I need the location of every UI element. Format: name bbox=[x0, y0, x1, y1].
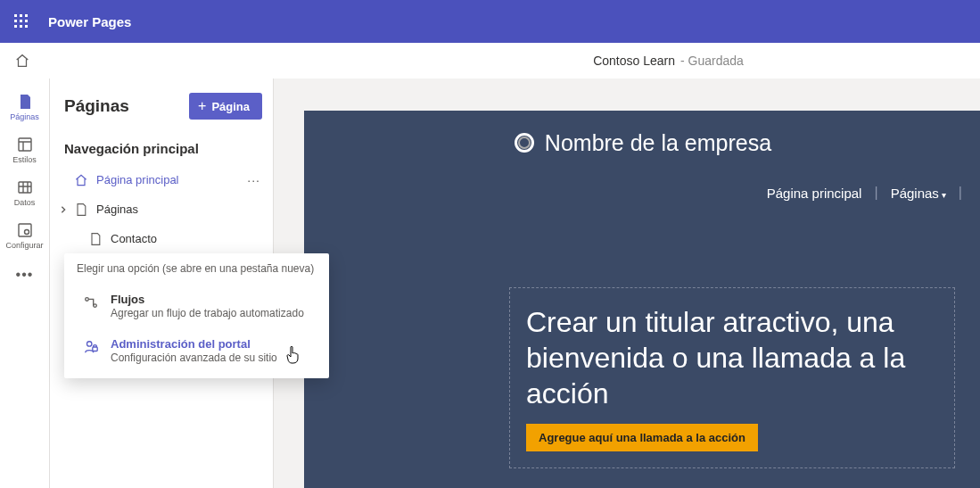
product-name: Power Pages bbox=[48, 14, 131, 29]
svg-rect-6 bbox=[14, 25, 17, 28]
page-icon bbox=[73, 203, 89, 217]
site-nav-pages[interactable]: Páginas▾ bbox=[878, 186, 959, 201]
site-nav: Página principal | Páginas▾ | bbox=[304, 175, 980, 211]
cta-button[interactable]: Agregue aquí una llamada a la acción bbox=[526, 424, 758, 451]
flyout-item-subtitle: Configuración avanzada de su sitio bbox=[111, 352, 277, 364]
breadcrumb-bar: Contoso Learn - Guardada bbox=[0, 43, 980, 79]
logo-icon bbox=[515, 133, 534, 153]
tree-item-more-button[interactable]: ··· bbox=[247, 173, 260, 187]
flyout-item-subtitle: Agregar un flujo de trabajo automatizado bbox=[111, 307, 304, 319]
site-nav-home[interactable]: Página principal bbox=[754, 186, 875, 201]
chevron-down-icon: ▾ bbox=[942, 190, 946, 200]
svg-rect-9 bbox=[19, 138, 31, 151]
home-icon[interactable] bbox=[14, 53, 30, 69]
tree-item-pages[interactable]: Páginas bbox=[61, 194, 266, 224]
svg-rect-10 bbox=[19, 182, 31, 193]
rail-label: Configurar bbox=[5, 241, 43, 250]
rail-item-styles[interactable]: Estilos bbox=[4, 128, 46, 171]
nav-section-title: Navegación principal bbox=[61, 137, 266, 165]
svg-rect-8 bbox=[25, 25, 28, 28]
add-page-label: Página bbox=[211, 100, 250, 113]
rail-label: Páginas bbox=[10, 112, 39, 121]
rail-item-pages[interactable]: Páginas bbox=[4, 86, 46, 128]
page-canvas[interactable]: Nombre de la empresa Página principal | … bbox=[304, 111, 980, 488]
add-page-button[interactable]: + Página bbox=[189, 93, 262, 120]
rail-label: Datos bbox=[14, 198, 36, 207]
app-launcher-icon[interactable] bbox=[7, 7, 36, 36]
company-name[interactable]: Nombre de la empresa bbox=[545, 130, 771, 156]
chevron-right-icon[interactable] bbox=[57, 205, 70, 214]
app-header: Power Pages bbox=[0, 0, 980, 43]
pages-panel-title: Páginas bbox=[64, 96, 129, 116]
nav-separator: | bbox=[959, 185, 962, 201]
svg-rect-0 bbox=[14, 14, 17, 17]
svg-rect-16 bbox=[93, 347, 97, 352]
tree-item-label: Contacto bbox=[111, 232, 157, 245]
plus-icon: + bbox=[198, 98, 206, 114]
hero-title[interactable]: Crear un titular atractivo, una bienveni… bbox=[526, 304, 938, 411]
rail-more-button[interactable]: ••• bbox=[4, 257, 46, 293]
flow-icon bbox=[80, 294, 102, 310]
site-name: Contoso Learn bbox=[593, 54, 675, 68]
svg-point-12 bbox=[24, 230, 29, 235]
home-icon bbox=[73, 173, 89, 187]
svg-rect-7 bbox=[20, 25, 22, 28]
site-status: Contoso Learn - Guardada bbox=[593, 54, 744, 68]
rail-item-data[interactable]: Datos bbox=[4, 171, 46, 214]
flyout-item-title: Flujos bbox=[111, 293, 304, 306]
site-header: Nombre de la empresa bbox=[304, 111, 980, 175]
svg-rect-5 bbox=[25, 20, 28, 22]
flyout-item-title: Administración del portal bbox=[111, 337, 277, 351]
save-status: - Guardada bbox=[680, 54, 744, 68]
rail-item-configure[interactable]: Configurar bbox=[4, 214, 46, 257]
left-rail: Páginas Estilos Datos Configurar ••• bbox=[0, 79, 50, 488]
tree-item-contact[interactable]: Contacto bbox=[61, 224, 266, 253]
tree-item-label: Página principal bbox=[96, 173, 179, 186]
svg-point-15 bbox=[87, 342, 92, 346]
flyout-header: Elegir una opción (se abre en una pestañ… bbox=[77, 262, 317, 275]
svg-rect-4 bbox=[20, 20, 22, 22]
rail-label: Estilos bbox=[12, 155, 37, 164]
tree-item-home[interactable]: Página principal ··· bbox=[61, 165, 266, 194]
page-icon bbox=[87, 232, 103, 246]
canvas-viewport: Nombre de la empresa Página principal | … bbox=[274, 79, 980, 488]
cursor-pointer-icon bbox=[285, 346, 301, 368]
svg-rect-1 bbox=[20, 14, 22, 17]
flyout-item-portal-admin[interactable]: Administración del portal Configuración … bbox=[77, 328, 317, 373]
svg-point-13 bbox=[86, 298, 89, 302]
hero-section[interactable]: Crear un titular atractivo, una bienveni… bbox=[509, 287, 955, 468]
flyout-item-flows[interactable]: Flujos Agregar un flujo de trabajo autom… bbox=[77, 284, 317, 328]
tree-item-label: Páginas bbox=[96, 203, 138, 216]
ellipsis-icon: ••• bbox=[16, 267, 34, 283]
admin-icon bbox=[80, 339, 102, 355]
svg-rect-3 bbox=[14, 20, 17, 22]
svg-rect-2 bbox=[25, 14, 28, 17]
